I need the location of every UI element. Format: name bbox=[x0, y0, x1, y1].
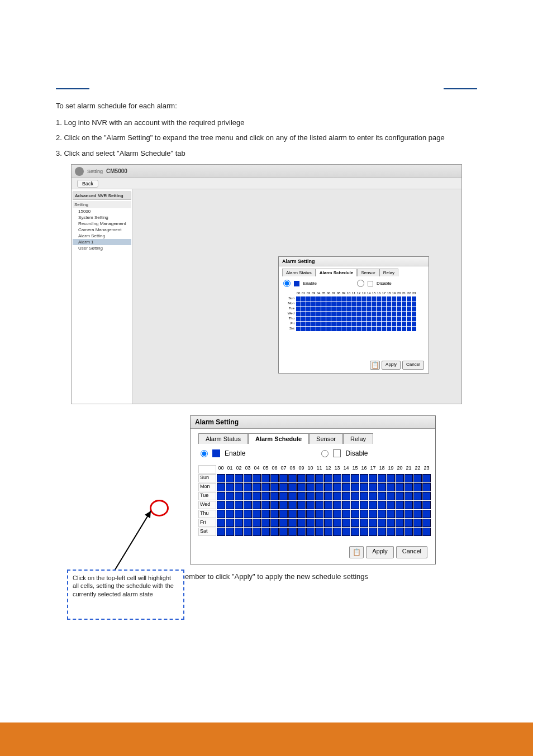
svg-line-0 bbox=[112, 511, 151, 575]
app-brand: CM5000 bbox=[106, 168, 127, 174]
disable-radio[interactable] bbox=[357, 280, 364, 287]
schedule-grid-large[interactable]: 0001020304050607080910111213141516171819… bbox=[198, 465, 427, 536]
copy-icon[interactable]: 📋 bbox=[370, 361, 380, 370]
sidebar-item-system[interactable]: System Setting bbox=[73, 214, 131, 221]
tab-alarm-schedule[interactable]: Alarm Schedule bbox=[316, 269, 357, 276]
sidebar-item-user[interactable]: User Setting bbox=[73, 245, 131, 251]
intro-text: To set alarm schedule for each alarm: bbox=[56, 101, 477, 112]
page-footer bbox=[0, 722, 533, 756]
setting-label: Setting bbox=[87, 169, 103, 174]
cancel-button[interactable]: Cancel bbox=[402, 361, 424, 370]
sidebar-item-alarm-setting[interactable]: Alarm Setting bbox=[73, 233, 131, 239]
disable-swatch bbox=[368, 281, 373, 286]
copy-icon-large[interactable]: 📋 bbox=[349, 546, 364, 558]
disable-radio-large[interactable] bbox=[321, 450, 329, 457]
header-rule-left bbox=[56, 88, 89, 89]
callout-box: Click on the top-left cell will highligh… bbox=[67, 570, 184, 620]
sidebar-item-recording[interactable]: Recording Management bbox=[73, 221, 131, 227]
step-2: 2. Click on the "Alarm Setting" to expan… bbox=[56, 132, 477, 143]
step-1: 1. Log into NVR with an account with the… bbox=[56, 117, 477, 128]
panel-tabs: Alarm Status Alarm Schedule Sensor Relay bbox=[279, 266, 429, 276]
tab-sensor[interactable]: Sensor bbox=[357, 269, 379, 276]
tab-alarm-schedule-large[interactable]: Alarm Schedule bbox=[248, 433, 309, 444]
schedule-grid-small[interactable]: 0001020304050607080910111213141516171819… bbox=[283, 291, 424, 331]
enable-radio-large[interactable] bbox=[201, 450, 208, 457]
disable-label: Disable bbox=[377, 281, 392, 286]
enable-radio[interactable] bbox=[283, 280, 291, 287]
apply-button[interactable]: Apply bbox=[382, 361, 401, 370]
panel-title-large: Alarm Setting bbox=[191, 416, 435, 429]
gear-icon bbox=[75, 167, 84, 176]
screenshot-alarm-schedule-detail: Alarm Setting Alarm Status Alarm Schedul… bbox=[190, 415, 436, 564]
tab-relay[interactable]: Relay bbox=[379, 269, 398, 276]
enable-label: Enable bbox=[303, 281, 317, 286]
disable-label-large: Disable bbox=[345, 449, 368, 457]
sidebar: Advanced NVR Setting Setting 15000 Syste… bbox=[72, 189, 133, 404]
tab-alarm-status[interactable]: Alarm Status bbox=[282, 269, 316, 276]
tab-sensor-large[interactable]: Sensor bbox=[309, 433, 343, 444]
alarm-setting-panel-small: Alarm Setting Alarm Status Alarm Schedul… bbox=[278, 256, 429, 374]
sidebar-section: Setting bbox=[73, 201, 131, 208]
sidebar-item-camera[interactable]: Camera Management bbox=[73, 227, 131, 233]
enable-swatch bbox=[294, 281, 299, 286]
enable-label-large: Enable bbox=[225, 449, 245, 457]
tab-alarm-status-large[interactable]: Alarm Status bbox=[198, 433, 248, 444]
apply-button-large[interactable]: Apply bbox=[366, 546, 394, 558]
sidebar-item-alarm1[interactable]: Alarm 1 bbox=[73, 239, 131, 245]
panel-title: Alarm Setting bbox=[279, 257, 429, 266]
tab-relay-large[interactable]: Relay bbox=[343, 433, 373, 444]
cancel-button-large[interactable]: Cancel bbox=[396, 546, 427, 558]
enable-swatch-large bbox=[212, 449, 220, 457]
disable-swatch-large bbox=[333, 449, 341, 457]
header-rule-right bbox=[444, 88, 477, 89]
sidebar-item-root[interactable]: 15000 bbox=[73, 208, 131, 214]
step-3: 3. Click and select "Alarm Schedule" tab bbox=[56, 148, 477, 159]
sidebar-header: Advanced NVR Setting bbox=[73, 192, 131, 200]
back-button[interactable]: Back bbox=[77, 180, 98, 188]
screenshot-app-overview: Setting CM5000 Back Advanced NVR Setting… bbox=[71, 164, 462, 404]
